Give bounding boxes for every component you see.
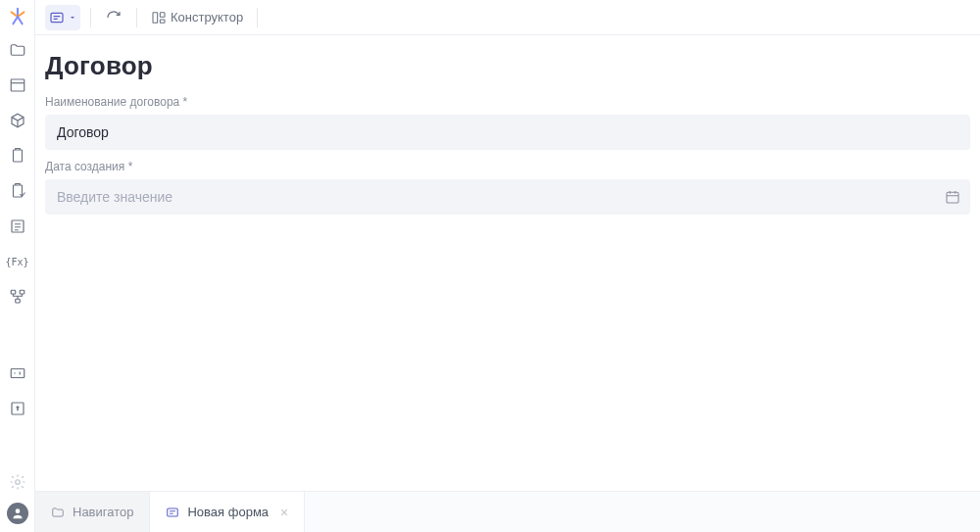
svg-rect-6 — [15, 299, 20, 303]
page-title: Договор — [45, 51, 970, 81]
svg-rect-16 — [168, 508, 178, 515]
svg-rect-1 — [13, 150, 22, 162]
left-rail: {Fx} — [0, 0, 35, 532]
layout-icon[interactable] — [9, 76, 26, 94]
svg-rect-13 — [160, 12, 165, 17]
svg-point-10 — [15, 508, 20, 513]
toolbar-separator — [136, 8, 137, 27]
rail-bottom — [7, 473, 28, 532]
toolbar-separator — [90, 8, 91, 27]
flow-icon[interactable] — [9, 288, 26, 306]
news-icon[interactable] — [9, 218, 26, 235]
close-icon[interactable]: × — [280, 505, 288, 520]
field-date: Дата создания * — [45, 160, 970, 215]
cube-icon[interactable] — [9, 112, 26, 129]
tab-new-form[interactable]: Новая форма × — [150, 492, 305, 532]
constructor-button[interactable]: Конструктор — [147, 5, 247, 30]
tab-navigator-label: Навигатор — [73, 505, 133, 519]
folder-icon[interactable] — [9, 41, 26, 59]
constructor-label: Конструктор — [171, 10, 243, 24]
svg-rect-11 — [51, 13, 63, 22]
tab-navigator[interactable]: Навигатор — [35, 492, 150, 532]
svg-rect-0 — [11, 79, 24, 91]
svg-rect-5 — [20, 290, 24, 294]
svg-rect-14 — [160, 20, 165, 23]
refresh-button[interactable] — [101, 5, 126, 30]
clipboard-check-icon[interactable] — [9, 182, 26, 200]
svg-rect-7 — [11, 369, 24, 378]
field-name: Наименование договора * — [45, 95, 970, 150]
content-area: Договор Наименование договора * Дата соз… — [35, 35, 980, 491]
toolbar: Конструктор — [35, 0, 980, 35]
app-root: {Fx} — [0, 0, 980, 532]
user-avatar[interactable] — [7, 503, 28, 524]
toolbar-separator — [257, 8, 258, 27]
form-mode-button[interactable] — [45, 5, 80, 30]
fx-icon[interactable]: {Fx} — [9, 253, 26, 270]
variable-icon[interactable] — [9, 364, 26, 382]
chevron-down-icon — [69, 14, 76, 22]
field-date-label: Дата создания * — [45, 160, 970, 173]
svg-rect-12 — [153, 12, 158, 23]
form-icon — [166, 506, 179, 519]
settings-icon[interactable] — [9, 473, 26, 491]
clipboard-icon[interactable] — [9, 147, 26, 165]
date-field-wrapper — [45, 179, 970, 215]
svg-rect-4 — [11, 290, 16, 294]
export-icon[interactable] — [9, 400, 26, 417]
main-area: Конструктор Договор Наименование договор… — [35, 0, 980, 532]
rail-icons: {Fx} — [9, 41, 26, 473]
date-input[interactable] — [45, 179, 970, 215]
bottom-tabs: Навигатор Новая форма × — [35, 491, 980, 532]
app-logo[interactable] — [7, 6, 28, 27]
folder-icon — [51, 506, 65, 519]
tab-new-form-label: Новая форма — [187, 505, 269, 519]
name-input[interactable] — [45, 115, 970, 150]
field-name-label: Наименование договора * — [45, 95, 970, 109]
svg-point-9 — [15, 480, 20, 485]
